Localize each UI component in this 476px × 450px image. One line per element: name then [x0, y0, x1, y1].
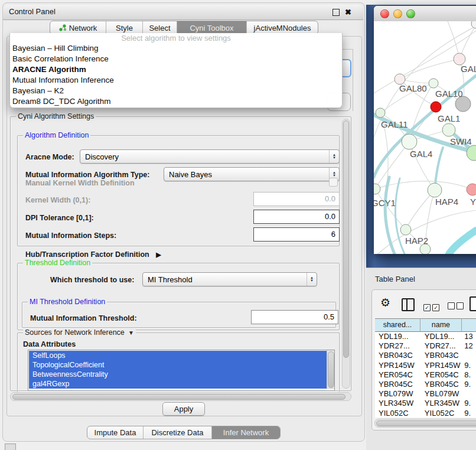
close-window-icon[interactable]	[380, 9, 389, 18]
column-header[interactable]: shared...	[375, 318, 420, 332]
tab-cyni-toolbox[interactable]: Cyni Toolbox	[177, 21, 247, 34]
network-node[interactable]	[402, 134, 417, 149]
network-edge[interactable]	[375, 189, 406, 230]
network-edge[interactable]	[395, 178, 405, 254]
network-node[interactable]	[374, 184, 380, 194]
tab-select[interactable]: Select	[143, 21, 177, 34]
algorithm-option[interactable]: Bayesian – Hill Climbing	[10, 43, 342, 54]
column-header[interactable]: A	[462, 318, 476, 332]
hub-definition-label: Hub/Transcription Factor Definition	[25, 250, 149, 259]
attributes-scrollbar[interactable]	[327, 350, 334, 389]
mi-steps-input[interactable]: 6	[253, 227, 340, 242]
zoom-window-icon[interactable]	[406, 9, 415, 18]
network-edge[interactable]	[449, 230, 476, 254]
gear-icon[interactable]: ⚙	[380, 297, 390, 309]
float-panel-icon[interactable]	[332, 9, 340, 16]
attribute-item[interactable]: gal4RGexp	[29, 379, 327, 389]
table-row[interactable]: YER054CYER054C8.	[375, 370, 476, 380]
tab-network-label: Network	[69, 24, 97, 32]
mi-threshold-input[interactable]: 0.5	[251, 310, 338, 324]
network-node[interactable]	[400, 224, 411, 235]
network-node-label: HAP4	[435, 197, 458, 207]
network-node[interactable]	[471, 21, 476, 28]
show-columns-icon[interactable]: ✓✓	[423, 301, 441, 312]
network-node[interactable]	[467, 184, 476, 195]
tab-jactivemnodules[interactable]: jActiveMNodules	[247, 21, 318, 34]
node-table: shared...nameA YDL19...YDL19...13YDR27..…	[375, 318, 476, 418]
dpi-tolerance-input[interactable]: 0.0	[253, 210, 340, 224]
attribute-item[interactable]: SelfLoops	[29, 351, 327, 360]
hub-definition-expander[interactable]: Hub/Transcription Factor Definition ▶	[25, 250, 161, 259]
network-view-window[interactable]: GALGAL80GAL10GAL11GAL1SWI4GAL4GCY1HAP4YH…	[374, 6, 476, 254]
algorithm-option[interactable]: Basic Correlation Inference	[10, 54, 342, 64]
aracne-mode-combo[interactable]: Discovery ▲▼	[80, 149, 340, 164]
network-node[interactable]	[376, 108, 385, 118]
new-table-icon[interactable]	[470, 296, 476, 311]
which-threshold-combo[interactable]: MI Threshold ▲▼	[142, 272, 317, 286]
attribute-item[interactable]: TopologicalCoefficient	[29, 360, 327, 370]
table-row[interactable]: YIL052CYIL052C9.	[375, 409, 476, 418]
mi-type-combo[interactable]: Naive Bayes ▲▼	[164, 167, 340, 181]
table-cell: 9.	[463, 409, 476, 418]
table-cell: YDR27...	[375, 341, 421, 351]
network-node-label: HAP2	[405, 236, 428, 246]
minimize-window-icon[interactable]	[393, 9, 402, 18]
network-canvas[interactable]: GALGAL80GAL10GAL11GAL1SWI4GAL4GCY1HAP4YH…	[374, 21, 476, 254]
column-header[interactable]: name	[420, 318, 462, 332]
table-row[interactable]: YBL079WYBL079W	[375, 389, 476, 399]
algorithm-list: Bayesian – Hill ClimbingBasic Correlatio…	[10, 43, 342, 107]
close-panel-icon[interactable]: ✖	[345, 8, 351, 17]
network-node-label: Y	[470, 197, 476, 207]
kernel-width-label: Kernel Width (0,1):	[25, 193, 90, 207]
which-threshold-value: MI Threshold	[143, 275, 307, 284]
collapsed-panel-icon[interactable]	[5, 444, 16, 450]
algorithm-option[interactable]: ARACNE Algorithm	[10, 64, 342, 75]
attribute-item[interactable]: BetweennessCentrality	[29, 370, 327, 379]
table-row[interactable]: YPR145WYPR145W9.	[375, 361, 476, 370]
network-window-titlebar[interactable]	[374, 6, 476, 22]
algorithm-option[interactable]: Mutual Information Inference	[10, 75, 342, 86]
control-panel-titlebar[interactable]: Control Panel ✖	[3, 5, 363, 20]
settings-vertical-scrollbar[interactable]	[342, 119, 350, 389]
algorithm-option[interactable]: Dream8 DC_TDC Algorithm	[10, 96, 342, 107]
settings-horizontal-scrollbar[interactable]	[10, 392, 351, 401]
network-node[interactable]	[429, 79, 438, 88]
table-row[interactable]: YDL19...YDL19...13	[375, 332, 476, 341]
algorithm-option[interactable]: Bayesian – K2	[10, 86, 342, 96]
network-node[interactable]	[442, 123, 455, 136]
network-edge[interactable]	[375, 181, 472, 190]
apply-button[interactable]: Apply	[162, 402, 205, 416]
table-cell: 8.	[463, 370, 476, 380]
table-row[interactable]: YDR27...YDR27...12	[375, 341, 476, 351]
network-edge[interactable]	[385, 177, 395, 254]
tab-style[interactable]: Style	[106, 21, 143, 34]
data-attributes-list[interactable]: SelfLoopsTopologicalCoefficientBetweenne…	[28, 350, 335, 391]
expand-down-icon[interactable]: ▼	[126, 330, 134, 336]
mi-threshold-label: Mutual Information Threshold:	[30, 311, 137, 325]
tab-jactivemnodules-label: jActiveMNodules	[254, 24, 311, 32]
tab-cyni-toolbox-label: Cyni Toolbox	[190, 24, 233, 32]
table-toolbar: ⚙ ✓✓	[372, 290, 476, 318]
table-row[interactable]: YBR043CYBR043C	[375, 351, 476, 360]
tab-infer-network[interactable]: Infer Network	[212, 426, 280, 439]
hide-columns-icon[interactable]	[448, 301, 465, 312]
network-edge[interactable]	[374, 146, 395, 177]
mi-steps-label: Mutual Information Steps:	[25, 229, 116, 243]
tab-network[interactable]: Network	[50, 21, 106, 34]
tab-discretize-data[interactable]: Discretize Data	[144, 426, 212, 439]
tab-impute-data[interactable]: Impute Data	[87, 426, 144, 439]
table-row[interactable]: YLR345WYLR345W9.	[375, 399, 476, 408]
network-node[interactable]	[454, 53, 465, 65]
table-panel-title: Table Panel	[375, 275, 415, 283]
table-row[interactable]: YBR045CYBR045C9.	[375, 380, 476, 389]
table-cell: YPR145W	[421, 361, 463, 370]
table-horizontal-scrollbar[interactable]	[374, 419, 476, 428]
split-view-icon[interactable]	[402, 298, 415, 311]
network-node[interactable]	[431, 102, 441, 112]
table-cell	[463, 351, 476, 360]
network-node[interactable]	[428, 183, 442, 197]
table-cell: YBL079W	[421, 389, 463, 399]
mi-threshold-title: MI Threshold Definition	[28, 298, 107, 306]
table-cell: YIL052C	[421, 409, 463, 418]
expand-right-icon[interactable]: ▶	[156, 251, 161, 258]
